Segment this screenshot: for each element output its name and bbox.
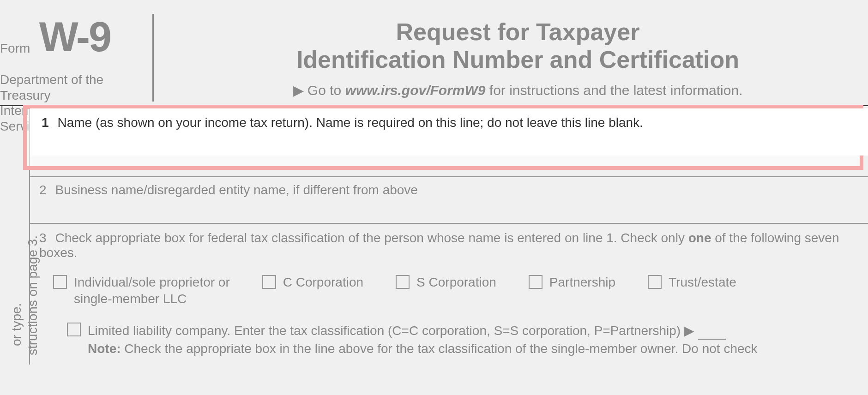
note-label: Note: (88, 341, 121, 356)
margin-text-1: or type. (9, 303, 24, 346)
title-line-2: Identification Number and Certification (168, 46, 868, 74)
form-code: W-9 (39, 18, 110, 56)
checkbox-partnership[interactable]: Partnership (529, 274, 615, 291)
note-text: Check the appropriate box in the line ab… (121, 341, 758, 356)
link-prefix: ▶ Go to (293, 83, 345, 98)
title-area: Request for Taxpayer Identification Numb… (168, 9, 868, 98)
line-1-number: 1 (42, 115, 55, 130)
instructions-link: ▶ Go to www.irs.gov/FormW9 for instructi… (168, 82, 868, 98)
checkbox-s-corp[interactable]: S Corporation (396, 274, 496, 291)
checkbox-individual-label: Individual/sole proprietor or single-mem… (74, 274, 230, 308)
checkbox-row-1: Individual/sole proprietor or single-mem… (53, 274, 859, 308)
form-lines: 1 Name (as shown on your income tax retu… (30, 106, 868, 365)
dept-line-1: Department of the Treasury (0, 72, 143, 103)
checkbox-icon[interactable] (648, 275, 662, 289)
checkbox-icon[interactable] (53, 275, 67, 289)
line-2-number: 2 (39, 183, 53, 198)
form-body: or type. structions on page 3. 1 Name (a… (0, 106, 868, 365)
form-header: Form W-9 Department of the Treasury Inte… (0, 9, 868, 106)
line-3-text: Check appropriate box for federal tax cl… (39, 231, 839, 260)
line-1-section: 1 Name (as shown on your income tax retu… (30, 106, 868, 177)
title-line-1: Request for Taxpayer (168, 18, 868, 46)
classification-checkboxes: Individual/sole proprietor or single-mem… (39, 274, 859, 358)
llc-text-block: Limited liability company. Enter the tax… (88, 322, 758, 358)
checkbox-icon[interactable] (67, 323, 81, 336)
link-suffix: for instructions and the latest informat… (486, 83, 743, 98)
link-url: www.irs.gov/FormW9 (345, 83, 486, 98)
line-1-text: Name (as shown on your income tax return… (57, 115, 643, 130)
llc-main-text: Limited liability company. Enter the tax… (88, 323, 694, 338)
line-2-section[interactable]: 2 Business name/disregarded entity name,… (30, 177, 868, 224)
header-divider (152, 14, 154, 102)
checkbox-s-corp-label: S Corporation (416, 274, 496, 291)
checkbox-individual[interactable]: Individual/sole proprietor or single-mem… (53, 274, 230, 308)
form-title: Request for Taxpayer Identification Numb… (168, 18, 868, 74)
checkbox-icon[interactable] (262, 275, 276, 289)
checkbox-partnership-label: Partnership (549, 274, 615, 291)
checkbox-c-corp-label: C Corporation (283, 274, 363, 291)
checkbox-c-corp[interactable]: C Corporation (262, 274, 363, 291)
left-margin: or type. structions on page 3. (0, 106, 30, 365)
checkbox-trust[interactable]: Trust/estate (648, 274, 736, 291)
line-3-number: 3 (39, 231, 53, 245)
line-3-section: 3 Check appropriate box for federal tax … (30, 224, 868, 365)
line-2-text: Business name/disregarded entity name, i… (55, 183, 417, 197)
checkbox-llc-row[interactable]: Limited liability company. Enter the tax… (53, 322, 859, 358)
checkbox-icon[interactable] (396, 275, 410, 289)
form-label: Form (0, 41, 30, 56)
checkbox-icon[interactable] (529, 275, 542, 289)
checkbox-trust-label: Trust/estate (669, 274, 736, 291)
w9-form-page: Form W-9 Department of the Treasury Inte… (0, 9, 868, 365)
line-1-content[interactable]: 1 Name (as shown on your income tax retu… (30, 108, 868, 156)
